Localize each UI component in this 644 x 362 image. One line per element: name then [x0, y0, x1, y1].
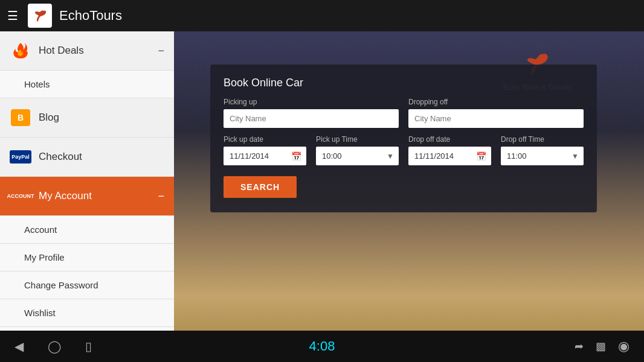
pick-up-time-wrapper: 10:00 11:00 12:00 ▼	[316, 147, 399, 165]
app-logo	[28, 4, 52, 28]
back-icon[interactable]: ◀	[14, 339, 24, 354]
booking-title: Book Online Car	[224, 77, 584, 89]
my-account-toggle: −	[158, 190, 164, 203]
drop-off-time-select[interactable]: 11:00 12:00 13:00	[501, 147, 584, 165]
picking-up-field: Picking up	[224, 98, 399, 128]
drop-off-time-label: Drop off Time	[501, 135, 584, 144]
booking-row-2: Pick up date 📅 Pick up Time 10:00 11:00 …	[224, 135, 584, 165]
account-icon: ACCOUNT	[10, 185, 31, 207]
drop-off-date-wrapper: 📅	[408, 147, 491, 165]
pick-up-time-label: Pick up Time	[316, 135, 399, 144]
picking-up-input[interactable]	[224, 109, 399, 128]
drop-off-time-wrapper: 11:00 12:00 13:00 ▼	[501, 147, 584, 165]
sidebar-item-hotels[interactable]: Hotels	[0, 71, 174, 98]
blog-label: Blog	[39, 112, 164, 124]
drop-off-date-field: Drop off date 📅	[408, 135, 491, 165]
search-button[interactable]: SEARCH	[224, 176, 297, 198]
pick-up-time-field: Pick up Time 10:00 11:00 12:00 ▼	[316, 135, 399, 165]
fire-icon	[10, 40, 31, 62]
picking-up-label: Picking up	[224, 98, 399, 106]
pick-up-date-field: Pick up date 📅	[224, 135, 306, 165]
blog-icon: B	[10, 107, 31, 129]
wishlist-label: Wishlist	[24, 308, 56, 318]
dropping-off-input[interactable]	[408, 109, 584, 128]
close-icon[interactable]: ◉	[618, 338, 630, 354]
sidebar: Hot Deals − Hotels B Blog PayPal Checkou…	[0, 31, 174, 362]
content-area: Echo Tours & Travels Book Online Car Pic…	[174, 31, 644, 362]
calendar-icon-1: 📅	[291, 151, 301, 161]
hotels-label: Hotels	[24, 79, 50, 89]
hot-deals-toggle: −	[158, 45, 164, 57]
sidebar-item-account[interactable]: Account	[0, 216, 174, 244]
bottom-nav-icons: ◀ ◯ ▯	[14, 339, 92, 354]
app-title: EchoTours	[59, 8, 122, 24]
paypal-icon: PayPal	[10, 146, 31, 168]
sidebar-item-my-account[interactable]: ACCOUNT My Account −	[0, 177, 174, 216]
pick-up-date-label: Pick up date	[224, 135, 306, 144]
top-bar: ☰ EchoTours	[0, 0, 644, 31]
sidebar-item-wishlist[interactable]: Wishlist	[0, 299, 174, 327]
hot-deals-label: Hot Deals	[39, 45, 158, 57]
checkout-label: Checkout	[39, 151, 164, 163]
my-profile-label: My Profile	[24, 252, 65, 262]
booking-row-1: Picking up Dropping off	[224, 98, 584, 128]
account-label: Account	[24, 224, 57, 235]
cast-icon[interactable]: ▩	[596, 340, 606, 353]
pick-up-date-wrapper: 📅	[224, 147, 306, 165]
booking-card: Book Online Car Picking up Dropping off …	[210, 65, 597, 212]
hamburger-menu[interactable]: ☰	[7, 8, 18, 23]
sidebar-item-blog[interactable]: B Blog	[0, 98, 174, 138]
sidebar-item-checkout[interactable]: PayPal Checkout	[0, 138, 174, 177]
home-icon[interactable]: ◯	[48, 339, 61, 354]
my-account-label: My Account	[39, 190, 158, 202]
dropping-off-field: Dropping off	[408, 98, 584, 128]
drop-off-time-field: Drop off Time 11:00 12:00 13:00 ▼	[501, 135, 584, 165]
sidebar-item-hot-deals[interactable]: Hot Deals −	[0, 31, 174, 71]
calendar-icon-2: 📅	[476, 151, 486, 161]
recents-icon[interactable]: ▯	[85, 339, 92, 354]
bottom-bar: ◀ ◯ ▯ 4:08 ➦ ▩ ◉	[0, 331, 644, 362]
drop-off-date-label: Drop off date	[408, 135, 491, 144]
status-time: 4:08	[309, 338, 335, 354]
sidebar-item-my-profile[interactable]: My Profile	[0, 244, 174, 272]
change-password-label: Change Password	[24, 280, 98, 290]
main-layout: Hot Deals − Hotels B Blog PayPal Checkou…	[0, 31, 644, 362]
sidebar-item-change-password[interactable]: Change Password	[0, 272, 174, 299]
bottom-right-icons: ➦ ▩ ◉	[575, 338, 630, 354]
dropping-off-label: Dropping off	[408, 98, 584, 106]
share-icon[interactable]: ➦	[575, 340, 584, 353]
pick-up-time-select[interactable]: 10:00 11:00 12:00	[316, 147, 399, 165]
